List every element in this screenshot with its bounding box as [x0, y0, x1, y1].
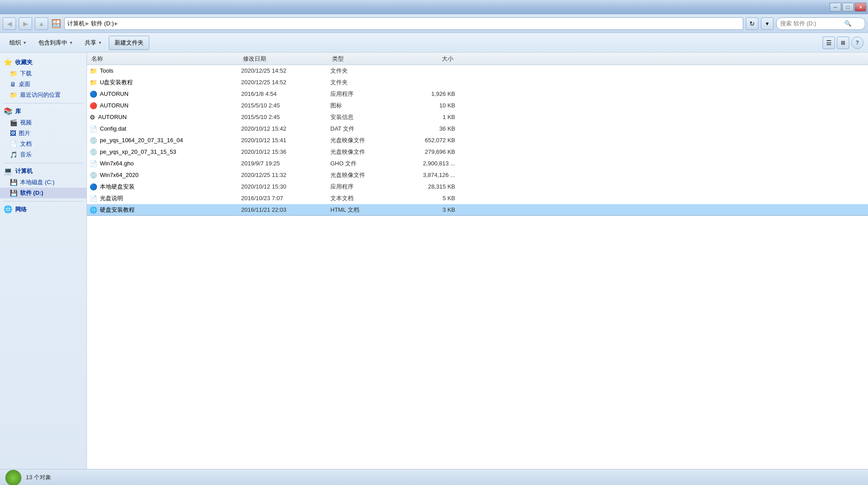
col-header-modified[interactable]: 修改日期 — [241, 55, 330, 63]
table-row[interactable]: 💿 pe_yqs_1064_20_07_31_16_04 2020/10/12 … — [87, 135, 868, 146]
sidebar-item-music[interactable]: 🎵 音乐 — [0, 149, 86, 160]
network-header[interactable]: 🌐 网络 — [0, 203, 86, 215]
address-path[interactable]: 计算机 ▶ 软件 (D:) ▶ — [64, 17, 743, 30]
desktop-icon: 🖥 — [10, 81, 16, 88]
sidebar-item-local-c[interactable]: 💾 本地磁盘 (C:) — [0, 177, 86, 188]
library-header[interactable]: 📚 库 — [0, 105, 86, 117]
file-size-cell: 28,315 KB — [397, 183, 455, 190]
include-library-button[interactable]: 包含到库中 ▼ — [33, 36, 78, 50]
file-type-icon: 💿 — [90, 172, 97, 179]
sidebar-item-recent[interactable]: 📁 最近访问的位置 — [0, 90, 86, 100]
forward-button[interactable]: ▶ — [19, 17, 32, 30]
network-section: 🌐 网络 — [0, 203, 86, 215]
file-name: Win7x64.gho — [100, 160, 134, 167]
file-name: AUTORUN — [100, 102, 128, 109]
table-row[interactable]: 📁 Tools 2020/12/25 14:52 文件夹 — [87, 65, 868, 77]
soft-d-label: 软件 (D:) — [20, 189, 43, 197]
table-row[interactable]: 📄 Config.dat 2020/10/12 15:42 DAT 文件 36 … — [87, 123, 868, 135]
table-row[interactable]: 📁 U盘安装教程 2020/12/25 14:52 文件夹 — [87, 77, 868, 88]
file-type-cell: DAT 文件 — [330, 125, 397, 133]
col-header-size[interactable]: 大小 — [397, 55, 455, 63]
table-row[interactable]: ⚙ AUTORUN 2015/5/10 2:45 安装信息 1 KB — [87, 111, 868, 123]
file-type-cell: 文件夹 — [330, 78, 397, 86]
dropdown-button[interactable]: ▼ — [761, 17, 773, 30]
file-name-cell: 📁 Tools — [90, 67, 241, 74]
include-library-label: 包含到库中 — [38, 39, 67, 47]
sidebar-item-document[interactable]: 📄 文档 — [0, 139, 86, 149]
desktop-label: 桌面 — [19, 80, 30, 88]
view-button[interactable]: ☰ — [823, 37, 835, 49]
file-type-icon: 🌐 — [90, 206, 97, 214]
favorites-header[interactable]: ⭐ 收藏夹 — [0, 56, 86, 68]
file-name-cell: 🔵 本地硬盘安装 — [90, 183, 241, 191]
recent-icon: 📁 — [10, 91, 17, 99]
library-dropdown-arrow: ▼ — [69, 41, 73, 45]
file-size-cell: 3,874,126 ... — [397, 172, 455, 178]
table-row[interactable]: 📄 Win7x64.gho 2019/9/7 19:25 GHO 文件 2,90… — [87, 158, 868, 169]
file-name: pe_yqs_1064_20_07_31_16_04 — [100, 137, 183, 144]
file-name-cell: 💿 pe_yqs_1064_20_07_31_16_04 — [90, 137, 241, 144]
search-box[interactable]: 🔍 — [776, 17, 865, 30]
up-button[interactable]: ▲ — [35, 17, 48, 30]
file-name-cell: 🔴 AUTORUN — [90, 102, 241, 109]
table-row[interactable]: 💿 pe_yqs_xp_20_07_31_15_53 2020/10/12 15… — [87, 146, 868, 158]
file-name-cell: 📄 光盘说明 — [90, 194, 241, 202]
maximize-button[interactable]: □ — [842, 3, 854, 12]
file-type-cell: 光盘映像文件 — [330, 148, 397, 156]
back-button[interactable]: ◀ — [3, 17, 16, 30]
table-row[interactable]: 💿 Win7x64_2020 2020/12/25 11:32 光盘映像文件 3… — [87, 169, 868, 181]
path-arrow-1: ▶ — [86, 21, 89, 26]
close-button[interactable]: ✕ — [855, 3, 866, 12]
file-type-cell: 文件夹 — [330, 67, 397, 75]
path-drive[interactable]: 软件 (D:) ▶ — [91, 20, 118, 28]
organize-label: 组织 — [9, 39, 21, 47]
organize-button[interactable]: 组织 ▼ — [4, 36, 32, 50]
table-row[interactable]: 🔴 AUTORUN 2015/5/10 2:45 图标 10 KB — [87, 100, 868, 111]
file-name-cell: 🌐 硬盘安装教程 — [90, 206, 241, 214]
favorites-icon: ⭐ — [4, 58, 12, 66]
file-type-icon: ⚙ — [90, 114, 95, 121]
file-size-cell: 36 KB — [397, 125, 455, 132]
table-row[interactable]: 🔵 AUTORUN 2016/1/8 4:54 应用程序 1,926 KB — [87, 88, 868, 100]
table-row[interactable]: 📄 光盘说明 2016/10/23 7:07 文本文档 5 KB — [87, 193, 868, 204]
sidebar-item-download[interactable]: 📁 下载 — [0, 68, 86, 79]
organize-dropdown-arrow: ▼ — [23, 41, 27, 45]
new-folder-button[interactable]: 新建文件夹 — [109, 36, 149, 50]
col-header-type[interactable]: 类型 — [330, 55, 397, 63]
file-name: 光盘说明 — [100, 194, 123, 202]
sidebar-item-picture[interactable]: 🖼 图片 — [0, 128, 86, 139]
path-computer[interactable]: 计算机 ▶ — [67, 20, 89, 28]
download-label: 下载 — [20, 70, 32, 78]
col-header-name[interactable]: 名称 — [90, 55, 241, 63]
view-details-button[interactable]: ⊞ — [837, 37, 849, 49]
minimize-button[interactable]: ─ — [830, 3, 841, 12]
download-icon: 📁 — [10, 70, 17, 77]
help-button[interactable]: ? — [851, 37, 864, 49]
video-label: 视频 — [20, 119, 32, 127]
file-type-icon: 🔴 — [90, 102, 97, 109]
share-label: 共享 — [85, 39, 96, 47]
table-row[interactable]: 🌐 硬盘安装教程 2016/11/21 22:03 HTML 文档 3 KB — [87, 204, 868, 216]
file-type-cell: 图标 — [330, 102, 397, 110]
divider-2 — [4, 163, 83, 163]
network-icon: 🌐 — [4, 205, 12, 214]
file-date-cell: 2020/10/12 15:41 — [241, 137, 330, 144]
file-type-icon: 📄 — [90, 160, 97, 167]
local-c-icon: 💾 — [10, 179, 17, 186]
file-type-cell: 安装信息 — [330, 113, 397, 121]
refresh-button[interactable]: ↻ — [746, 17, 758, 30]
sidebar-item-desktop[interactable]: 🖥 桌面 — [0, 79, 86, 90]
file-name: Config.dat — [100, 125, 126, 132]
computer-header[interactable]: 💻 计算机 — [0, 165, 86, 177]
sidebar-item-soft-d[interactable]: 💾 软件 (D:) — [0, 188, 86, 198]
file-size-cell: 652,072 KB — [397, 137, 455, 144]
main-layout: ⭐ 收藏夹 📁 下载 🖥 桌面 📁 最近访问的位置 📚 库 — [0, 53, 868, 469]
recent-label: 最近访问的位置 — [20, 91, 61, 99]
table-row[interactable]: 🔵 本地硬盘安装 2020/10/12 15:30 应用程序 28,315 KB — [87, 181, 868, 193]
search-input[interactable] — [780, 20, 843, 27]
computer-label: 计算机 — [15, 167, 33, 175]
title-bar: ─ □ ✕ — [0, 0, 868, 14]
share-button[interactable]: 共享 ▼ — [80, 36, 107, 50]
file-name: AUTORUN — [100, 90, 128, 97]
sidebar-item-video[interactable]: 🎬 视频 — [0, 117, 86, 128]
